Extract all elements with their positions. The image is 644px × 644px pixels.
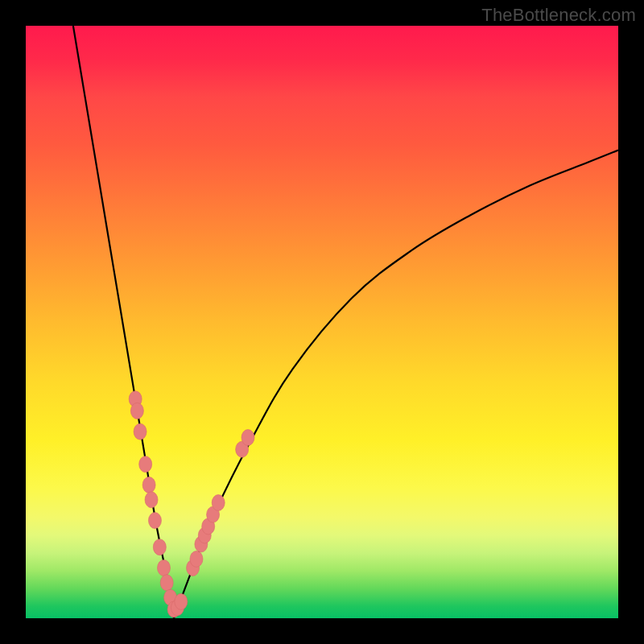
sample-point-marker <box>190 551 203 567</box>
bottleneck-curve-left <box>73 26 174 618</box>
sample-point-marker <box>153 539 166 555</box>
sample-point-marker <box>160 575 173 591</box>
sample-point-marker <box>145 492 158 508</box>
sample-point-marker <box>139 456 152 473</box>
sample-point-marker <box>212 494 225 510</box>
curve-layer <box>26 26 618 618</box>
bottleneck-curve-right <box>174 151 618 618</box>
plot-area <box>26 26 618 618</box>
sample-points-group <box>129 391 254 617</box>
sample-point-marker <box>157 559 170 576</box>
sample-point-marker <box>134 423 147 440</box>
chart-frame: TheBottleneck.com <box>0 0 644 644</box>
sample-point-marker <box>148 513 161 529</box>
sample-point-marker <box>242 430 254 446</box>
sample-point-marker <box>142 477 155 493</box>
sample-point-marker <box>130 402 143 419</box>
watermark-text: TheBottleneck.com <box>481 5 636 26</box>
sample-point-marker <box>175 593 188 609</box>
